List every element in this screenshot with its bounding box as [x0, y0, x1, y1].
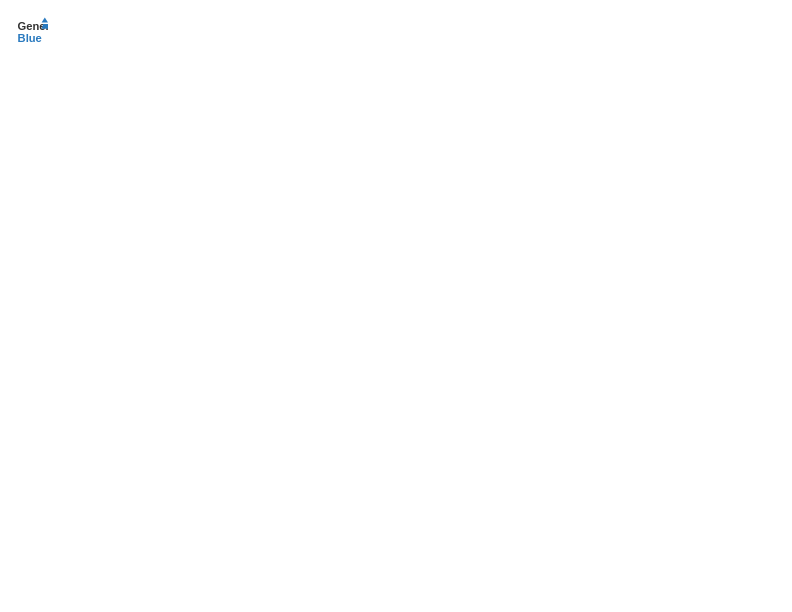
logo: General Blue: [16, 16, 48, 48]
header: General Blue: [16, 16, 776, 48]
logo-icon: General Blue: [16, 16, 48, 48]
svg-text:Blue: Blue: [18, 32, 42, 44]
